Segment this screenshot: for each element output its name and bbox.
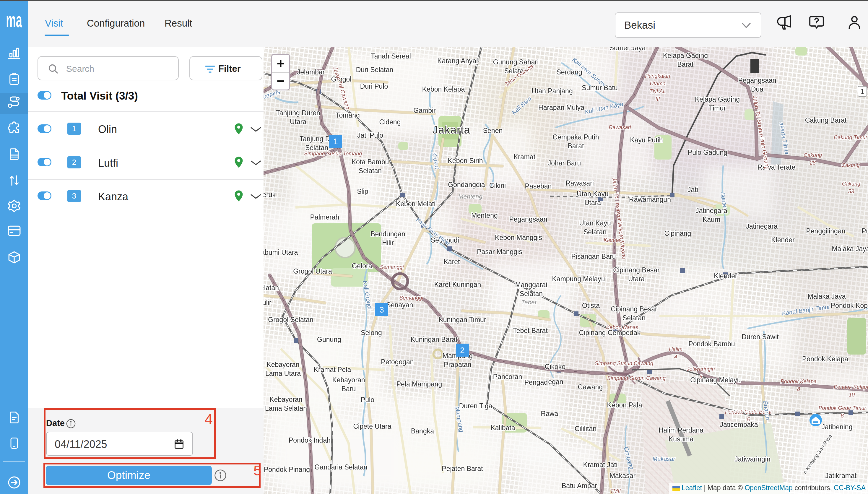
svg-text:Lama Selatan: Lama Selatan <box>265 404 307 412</box>
svg-text:Dua: Dua <box>751 86 764 93</box>
svg-text:Rawasari: Rawasari <box>609 125 631 130</box>
svg-text:Semanggi: Semanggi <box>399 295 423 301</box>
svg-text:Cempaka Putih: Cempaka Putih <box>553 133 599 141</box>
svg-text:Lama Utara: Lama Utara <box>265 369 301 377</box>
svg-text:Jatikramat: Jatikramat <box>825 472 857 479</box>
svg-text:Serdang: Serdang <box>557 68 582 76</box>
svg-text:Otista: Otista <box>582 302 600 309</box>
svg-text:Cipinang Melayu: Cipinang Melayu <box>690 376 741 384</box>
svg-text:Duren Tiga: Duren Tiga <box>459 402 493 410</box>
svg-text:53: 53 <box>848 189 854 194</box>
svg-text:Bangka: Bangka <box>411 427 434 435</box>
svg-text:Kebon Sirih: Kebon Sirih <box>448 157 483 165</box>
svg-text:Kramat: Kramat <box>514 153 536 161</box>
svg-text:Pondok Kelapa: Pondok Kelapa <box>802 355 848 363</box>
svg-text:Tomang: Tomang <box>335 111 360 119</box>
svg-text:Utan Kayu: Utan Kayu <box>577 190 608 198</box>
svg-text:egan: egan <box>548 378 563 385</box>
svg-text:Cideng: Cideng <box>379 118 401 126</box>
svg-text:Batu Ampar: Batu Ampar <box>562 482 597 490</box>
svg-text:3: 3 <box>379 305 384 315</box>
svg-text:III: III <box>655 96 660 102</box>
svg-text:Jaticempaka: Jaticempaka <box>720 421 758 429</box>
svg-text:kabumi Utara: kabumi Utara <box>264 248 298 256</box>
svg-text:Pondok Indah: Pondok Indah <box>289 436 331 444</box>
svg-text:Cipinang Besar: Cipinang Besar <box>613 266 660 274</box>
svg-text:Timur: Timur <box>709 104 726 112</box>
svg-text:Jatiwaringin: Jatiwaringin <box>734 455 770 463</box>
svg-text:Karet: Karet <box>444 258 460 266</box>
svg-text:Kebon Melati: Kebon Melati <box>396 200 436 208</box>
svg-text:Selatan: Selatan <box>264 284 279 291</box>
svg-text:8: 8 <box>797 386 800 392</box>
svg-text:Simpang Susun Cawang: Simpang Susun Cawang <box>607 375 666 381</box>
svg-text:Halim: Halim <box>669 346 682 352</box>
svg-text:Utama: Utama <box>650 81 665 87</box>
svg-text:Utan Kayu: Utan Kayu <box>579 219 611 227</box>
svg-text:Senayan: Senayan <box>386 301 413 309</box>
svg-text:Pegangsaan: Pegangsaan <box>738 77 776 84</box>
svg-text:8: 8 <box>841 413 844 419</box>
svg-text:Pondok Gede Timur: Pondok Gede Timur <box>819 405 867 411</box>
svg-text:Barat: Barat <box>677 61 694 68</box>
svg-text:Cipinang Besar: Cipinang Besar <box>611 305 657 313</box>
svg-text:Pegangsaan: Pegangsaan <box>509 215 547 223</box>
svg-text:Cipinang: Cipinang <box>664 230 691 237</box>
svg-text:Selatan: Selatan <box>583 228 606 236</box>
svg-text:Kusuma: Kusuma <box>669 435 694 443</box>
svg-text:Kuningan Barat: Kuningan Barat <box>411 336 458 343</box>
svg-text:Utara: Utara <box>290 118 306 126</box>
svg-text:Tebet Barat: Tebet Barat <box>513 327 548 335</box>
svg-text:Rawa: Rawa <box>541 410 558 417</box>
svg-text:Jeruk: Jeruk <box>264 191 276 198</box>
svg-text:Kelapa Gading: Kelapa Gading <box>663 52 708 59</box>
svg-text:Jotiwaringin: Jotiwaringin <box>686 366 715 372</box>
svg-text:Cakung: Cakung <box>842 181 860 187</box>
svg-text:Kalibata: Kalibata <box>490 424 515 432</box>
svg-text:Cikoko: Cikoko <box>545 363 565 370</box>
svg-text:Jatinegara: Jatinegara <box>746 223 777 230</box>
svg-text:Tanjung Duren: Tanjung Duren <box>276 109 320 117</box>
svg-text:Selong: Selong <box>361 329 382 337</box>
svg-text:Kelapa Gading: Kelapa Gading <box>695 95 740 103</box>
svg-text:Kebayoran: Kebayoran <box>332 376 365 384</box>
svg-text:Jati Pulo: Jati Pulo <box>357 132 383 139</box>
svg-text:1: 1 <box>860 88 864 95</box>
svg-text:Makasar: Makasar <box>653 456 676 462</box>
svg-text:Tebet: Tebet <box>521 299 537 305</box>
svg-text:Jakarta: Jakarta <box>432 124 470 136</box>
svg-text:Kota Bambu: Kota Bambu <box>351 158 389 166</box>
svg-text:Kayu Putih: Kayu Putih <box>630 136 663 144</box>
svg-text:Hilir: Hilir <box>382 239 394 247</box>
svg-text:Duri Pulo: Duri Pulo <box>360 82 388 90</box>
svg-text:Harapan Mulya: Harapan Mulya <box>538 104 584 111</box>
svg-text:Barat: Barat <box>568 142 584 150</box>
svg-text:Cikini: Cikini <box>489 182 506 189</box>
svg-text:Kebon Kelapa: Kebon Kelapa <box>422 86 465 93</box>
svg-text:Duren Sawit: Duren Sawit <box>741 333 779 341</box>
svg-text:Pulo Gadung: Pulo Gadung <box>688 149 727 156</box>
svg-text:Palmerah: Palmerah <box>310 213 339 221</box>
svg-text:Malaka Jaya: Malaka Jaya <box>832 245 868 253</box>
svg-text:Cililitan: Cililitan <box>575 425 597 433</box>
svg-text:Jati: Jati <box>688 186 698 193</box>
svg-text:Rawasari: Rawasari <box>565 179 594 187</box>
svg-text:Semanggi: Semanggi <box>380 264 404 270</box>
svg-text:Pondok Kopi: Pondok Kopi <box>831 302 868 309</box>
svg-text:Gandaria Selatan: Gandaria Selatan <box>314 463 367 471</box>
svg-text:Pulo: Pulo <box>361 396 374 404</box>
svg-text:Pejaten Barat: Pejaten Barat <box>442 465 483 472</box>
svg-text:Klender: Klender <box>714 272 737 280</box>
svg-text:Kuningan Timur: Kuningan Timur <box>439 316 486 324</box>
svg-text:Utara: Utara <box>628 275 645 283</box>
svg-text:Pancoran: Pancoran <box>493 373 522 381</box>
svg-text:6: 6 <box>699 374 702 380</box>
svg-text:7: 7 <box>578 188 581 194</box>
svg-text:28: 28 <box>810 160 816 166</box>
svg-text:Menteng: Menteng <box>458 193 482 200</box>
svg-text:TMII: TMII <box>610 488 621 494</box>
svg-text:Selatan: Selatan <box>520 290 543 298</box>
svg-text:Cakung: Cakung <box>804 152 822 158</box>
svg-text:Grogol Utara: Grogol Utara <box>293 267 332 275</box>
svg-text:Gelora: Gelora <box>351 262 372 270</box>
